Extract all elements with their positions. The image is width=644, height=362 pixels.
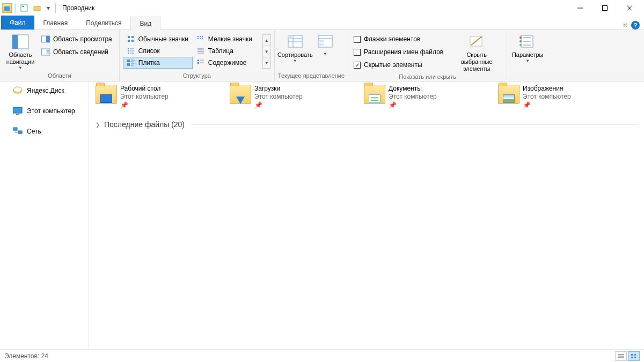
group-label-options	[510, 71, 545, 80]
view-tiles-button[interactable]	[628, 351, 640, 361]
options-button[interactable]: Параметры ▼	[510, 31, 545, 63]
titlebar: ▾ Проводник	[0, 0, 644, 16]
svg-rect-8	[12, 35, 18, 49]
layout-medium-icons[interactable]: Обычные значки	[123, 33, 193, 45]
svg-rect-15	[128, 36, 130, 38]
group-showhide: Флажки элементов Расширения имен файлов …	[348, 30, 507, 81]
close-button[interactable]	[617, 0, 642, 16]
sort-by-button[interactable]: Сортировать ▼	[278, 31, 312, 63]
svg-rect-33	[202, 36, 203, 37]
recent-files-header[interactable]: ❯ Последние файлы (20)	[94, 120, 639, 129]
svg-rect-77	[634, 357, 636, 358]
scroll-down-icon[interactable]: ▼	[263, 46, 270, 57]
svg-rect-16	[131, 36, 134, 38]
tab-view[interactable]: Вид	[130, 17, 160, 30]
group-label-currentview: Текущее представление	[278, 71, 345, 80]
sidebar-this-pc[interactable]: Этот компьютер	[0, 104, 89, 118]
layout-tiles[interactable]: Плитка	[123, 57, 193, 69]
checkbox-icon[interactable]	[354, 49, 361, 56]
svg-rect-1	[22, 6, 24, 7]
svg-rect-0	[21, 5, 27, 11]
tab-share[interactable]: Поделиться	[77, 16, 130, 29]
minimize-button[interactable]	[568, 0, 592, 16]
scroll-expand-icon[interactable]: ▾	[263, 57, 270, 68]
tab-file[interactable]: Файл	[1, 16, 34, 29]
svg-rect-25	[127, 60, 130, 62]
layout-gallery-scroll[interactable]: ▲ ▼ ▾	[262, 34, 271, 69]
folder-desktop[interactable]: Рабочий столЭтот компьютер📌	[94, 84, 218, 110]
svg-point-57	[519, 36, 522, 39]
quick-access-toolbar: ▾ Проводник	[2, 3, 94, 13]
pin-icon: 📌	[523, 101, 571, 109]
group-by-button[interactable]: ▼	[312, 31, 338, 56]
layout-list[interactable]: Список	[123, 45, 193, 57]
help-icon[interactable]: ?	[631, 21, 640, 29]
main-pane[interactable]: Рабочий столЭтот компьютер📌 ЗагрузкиЭтот…	[89, 82, 644, 349]
folder-icon	[364, 85, 385, 104]
maximize-button[interactable]	[592, 0, 617, 16]
sidebar-yandex-disk[interactable]: Яндекс.Диск	[0, 84, 89, 98]
layout-small-icons[interactable]: Мелкие значки	[193, 33, 262, 45]
layout-details[interactable]: Таблица	[193, 45, 262, 57]
checkbox-checked-icon[interactable]: ✓	[354, 62, 361, 69]
chevron-down-icon: ▼	[293, 58, 297, 63]
qat-newfolder-icon[interactable]	[32, 3, 42, 13]
explorer-icon	[2, 3, 12, 13]
svg-rect-52	[319, 40, 324, 42]
svg-rect-2	[34, 6, 40, 11]
hidden-items[interactable]: ✓Скрытые элементы	[352, 59, 445, 71]
svg-rect-23	[128, 53, 129, 54]
svg-point-59	[519, 44, 522, 46]
group-label-showhide: Показать или скрыть	[352, 72, 503, 81]
checkbox-icon[interactable]	[354, 36, 361, 43]
details-pane-button[interactable]: Область сведений	[38, 46, 116, 58]
qat-dropdown-icon[interactable]: ▾	[45, 3, 52, 13]
folder-icon	[96, 85, 117, 104]
layout-content[interactable]: Содержимое	[193, 57, 262, 69]
pin-icon: 📌	[120, 101, 169, 109]
svg-rect-35	[200, 38, 201, 39]
folder-icon	[498, 85, 519, 104]
hide-selected-button[interactable]: Скрыть выбранные элементы	[450, 31, 503, 72]
group-label-panes: Области	[3, 71, 116, 80]
svg-rect-28	[127, 63, 130, 66]
minimize-ribbon-icon[interactable]: ⤱	[623, 21, 628, 29]
folder-documents[interactable]: ДокументыЭтот компьютер📌	[363, 84, 486, 110]
chevron-down-icon: ▼	[323, 51, 327, 56]
group-options: Параметры ▼	[507, 30, 548, 81]
item-checkboxes[interactable]: Флажки элементов	[352, 33, 445, 45]
svg-rect-4	[603, 6, 608, 11]
svg-rect-67	[13, 128, 17, 130]
svg-rect-43	[197, 62, 199, 64]
svg-rect-76	[631, 357, 633, 358]
group-currentview: Сортировать ▼ ▼ Текущее представление	[275, 30, 348, 81]
svg-rect-31	[197, 36, 199, 37]
svg-point-64	[13, 87, 22, 92]
svg-rect-65	[13, 107, 22, 113]
navigation-pane-button[interactable]: Область навигации ▼	[3, 31, 38, 70]
group-label-layout: Структура	[123, 71, 271, 80]
ribbon: Область навигации ▼ Область просмотра Об…	[0, 30, 644, 82]
pin-icon: 📌	[254, 101, 303, 109]
svg-rect-18	[131, 40, 134, 42]
navigation-sidebar: Яндекс.Диск Этот компьютер Сеть	[0, 82, 89, 349]
folder-icon	[230, 85, 251, 104]
svg-rect-21	[128, 50, 129, 51]
sidebar-network[interactable]: Сеть	[0, 124, 89, 138]
monitor-icon	[13, 106, 23, 116]
tab-home[interactable]: Главная	[34, 16, 77, 29]
svg-rect-17	[128, 40, 130, 42]
svg-rect-34	[197, 38, 199, 39]
svg-rect-74	[631, 354, 633, 356]
preview-pane-button[interactable]: Область просмотра	[38, 33, 116, 45]
chevron-right-icon: ❯	[94, 122, 101, 128]
folder-downloads[interactable]: ЗагрузкиЭтот компьютер📌	[229, 84, 352, 110]
ribbon-tabs: Файл Главная Поделиться Вид ⤱ ?	[0, 16, 644, 30]
qat-properties-icon[interactable]	[19, 3, 30, 13]
filename-extensions[interactable]: Расширения имен файлов	[352, 46, 445, 58]
view-details-button[interactable]	[615, 351, 627, 361]
folder-pictures[interactable]: ИзображенияЭтот компьютер📌	[497, 84, 620, 110]
chevron-down-icon: ▼	[18, 65, 23, 70]
svg-rect-32	[200, 36, 201, 37]
scroll-up-icon[interactable]: ▲	[263, 35, 270, 46]
